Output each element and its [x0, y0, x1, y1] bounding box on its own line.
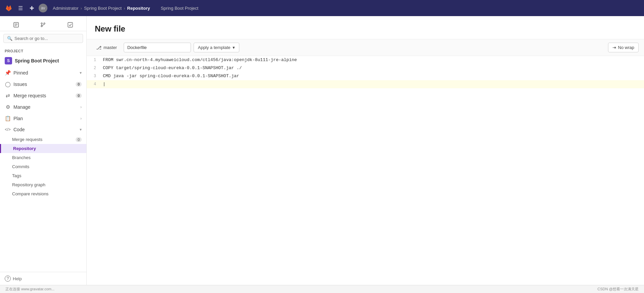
line-number-4: 4	[87, 80, 100, 88]
project-name: Spring Boot Project	[15, 58, 59, 63]
sub-merge-badge: 0	[76, 137, 82, 142]
manage-icon: ⚙	[5, 104, 11, 110]
plan-label: Plan	[13, 116, 78, 121]
breadcrumb: Administrator › Spring Boot Project › Re…	[53, 6, 150, 11]
plan-icon: 📋	[5, 115, 11, 121]
search-icon: 🔍	[7, 36, 12, 41]
branch-selector[interactable]: ⎇ master	[92, 43, 121, 52]
manage-chevron-icon: ›	[80, 105, 82, 109]
sidebar-project-item[interactable]: S Spring Boot Project	[0, 54, 86, 67]
line-number-1: 1	[87, 56, 100, 64]
user-avatar-icon[interactable]: av	[39, 4, 47, 12]
bottom-bar: 正在连接 www.gravatar.com... CSDN @想看一次满天星	[0, 285, 644, 293]
sidebar-item-merge-requests[interactable]: ⇄ Merge requests 0	[0, 90, 86, 101]
merge-icon: ⇄	[5, 93, 11, 99]
sidebar-footer-help[interactable]: ? Help	[0, 272, 86, 285]
help-icon: ?	[5, 276, 11, 282]
sidebar-sub-merge-requests[interactable]: Merge requests 0	[0, 135, 86, 144]
manage-label: Manage	[13, 104, 78, 110]
code-chevron-icon: ▾	[80, 127, 82, 132]
top-nav: ☰ ✚ av Administrator › Spring Boot Proje…	[0, 0, 644, 16]
sidebar-sub-tags[interactable]: Tags	[0, 171, 86, 180]
sidebar-sub-repository[interactable]: Repository	[0, 144, 86, 153]
filename-input[interactable]	[124, 43, 191, 52]
sidebar-section-label: Project	[0, 46, 86, 54]
chevron-down-icon: ▾	[80, 70, 82, 75]
line-content-4	[100, 80, 108, 88]
breadcrumb-current: Repository	[127, 6, 150, 11]
sidebar-item-pinned[interactable]: 📌 Pinned ▾	[0, 67, 86, 79]
sidebar-sub-commits[interactable]: Commits	[0, 162, 86, 171]
merge-badge: 0	[76, 93, 82, 98]
search-label: Search or go to...	[14, 36, 48, 41]
sidebar-merge-icon[interactable]	[30, 19, 56, 31]
editor-toolbar: ⎇ master Apply a template ▾ ⇥ No wrap	[87, 39, 644, 56]
apply-template-button[interactable]: Apply a template ▾	[194, 43, 239, 52]
breadcrumb-project[interactable]: Spring Boot Project	[84, 6, 122, 11]
line-number-2: 2	[87, 64, 100, 72]
svg-point-4	[41, 23, 42, 24]
svg-rect-7	[68, 22, 73, 27]
sidebar-sub-compare-revisions[interactable]: Compare revisions	[0, 189, 86, 198]
bottom-left-text: 正在连接 www.gravatar.com...	[5, 287, 54, 292]
nowrap-button[interactable]: ⇥ No wrap	[608, 43, 639, 52]
new-item-icon[interactable]: ✚	[28, 4, 36, 13]
tab-area: Spring Boot Project	[158, 4, 201, 12]
issues-badge: 0	[76, 82, 82, 87]
help-label: Help	[13, 276, 22, 281]
sub-merge-label: Merge requests	[12, 137, 42, 142]
sidebar-sub-repository-graph[interactable]: Repository graph	[0, 180, 86, 189]
code-icon: </>	[5, 127, 11, 132]
sidebar-top-icons	[0, 16, 86, 31]
line-content-2: COPY target/spring-cloud-eureka-0.0.1-SN…	[100, 64, 244, 72]
bottom-right-text: CSDN @想看一次满天星	[598, 287, 639, 292]
sidebar-item-code[interactable]: </> Code ▾	[0, 124, 86, 135]
code-line-4: 4	[87, 80, 644, 88]
page-title: New file	[95, 24, 636, 34]
app-body: 🔍 Search or go to... Project S Spring Bo…	[0, 16, 644, 285]
pinned-label: Pinned	[13, 70, 77, 76]
issues-label: Issues	[13, 82, 73, 87]
nowrap-icon: ⇥	[612, 45, 616, 50]
sub-repo-graph-label: Repository graph	[12, 182, 45, 187]
template-chevron-icon: ▾	[233, 45, 235, 50]
code-line-1: 1 FROM swr.cn-north-4.myhuaweicloud.com/…	[87, 56, 644, 64]
line-number-3: 3	[87, 72, 100, 80]
issues-icon: ◯	[5, 81, 11, 87]
code-label: Code	[13, 127, 77, 132]
project-tab[interactable]: Spring Boot Project	[158, 4, 201, 12]
svg-point-5	[44, 23, 45, 24]
sub-repository-label: Repository	[13, 146, 36, 151]
nowrap-label: No wrap	[618, 45, 634, 50]
sidebar-item-issues[interactable]: ◯ Issues 0	[0, 79, 86, 90]
sub-compare-label: Compare revisions	[12, 191, 48, 196]
sub-commits-label: Commits	[12, 164, 29, 169]
sidebar-issues-icon[interactable]	[3, 19, 30, 31]
code-line-2: 2 COPY target/spring-cloud-eureka-0.0.1-…	[87, 64, 644, 72]
pinned-icon: 📌	[5, 70, 11, 76]
search-bar[interactable]: 🔍 Search or go to...	[3, 34, 83, 43]
project-avatar: S	[5, 57, 12, 64]
plan-chevron-icon: ›	[80, 116, 82, 121]
code-editor[interactable]: 1 FROM swr.cn-north-4.myhuaweicloud.com/…	[87, 56, 644, 285]
branch-icon: ⎇	[96, 45, 102, 50]
content-header: New file	[87, 16, 644, 39]
apply-template-label: Apply a template	[198, 45, 231, 50]
gitlab-logo[interactable]	[4, 3, 13, 13]
sidebar: 🔍 Search or go to... Project S Spring Bo…	[0, 16, 87, 285]
sidebar-toggle-icon[interactable]: ☰	[16, 4, 25, 13]
sidebar-item-manage[interactable]: ⚙ Manage ›	[0, 101, 86, 113]
sub-tags-label: Tags	[12, 173, 21, 178]
merge-label: Merge requests	[13, 93, 73, 98]
sidebar-todo-icon[interactable]	[57, 19, 84, 31]
sidebar-sub-branches[interactable]: Branches	[0, 153, 86, 162]
breadcrumb-admin[interactable]: Administrator	[53, 6, 79, 11]
sidebar-item-plan[interactable]: 📋 Plan ›	[0, 113, 86, 124]
code-line-3: 3 CMD java -jar spring-cloud-eureka-0.0.…	[87, 72, 644, 80]
line-content-1: FROM swr.cn-north-4.myhuaweicloud.com/ct…	[100, 56, 299, 64]
main-content: New file ⎇ master Apply a template ▾ ⇥ N…	[87, 16, 644, 285]
line-content-3: CMD java -jar spring-cloud-eureka-0.0.1-…	[100, 72, 242, 80]
sub-branches-label: Branches	[12, 155, 31, 160]
branch-name: master	[104, 45, 117, 50]
